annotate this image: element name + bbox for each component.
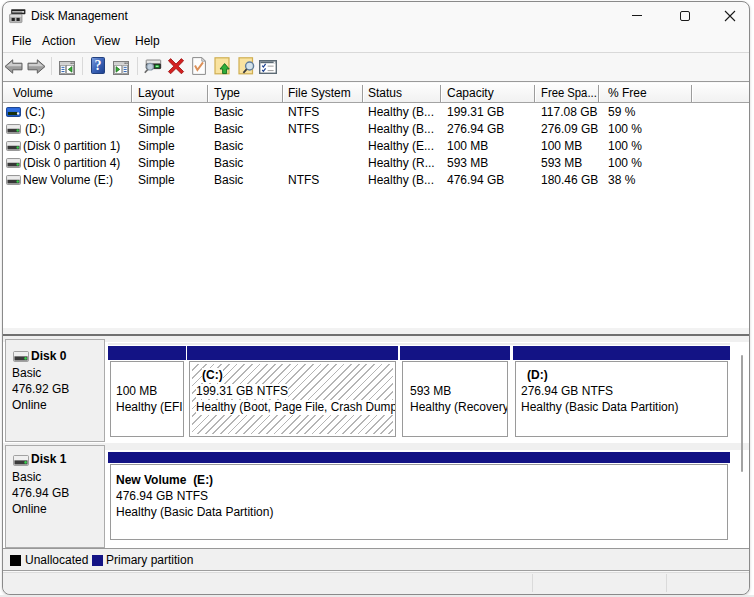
svg-text:?: ? (95, 58, 102, 73)
